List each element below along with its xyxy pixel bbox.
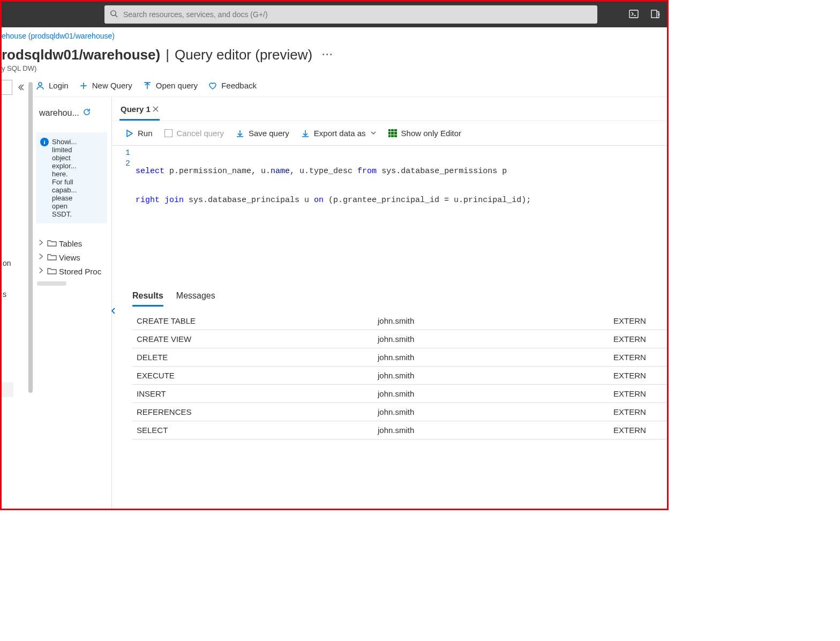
left-partial-nav: on s: [2, 78, 13, 510]
new-query-button[interactable]: New Query: [79, 81, 132, 90]
breadcrumb-link[interactable]: ehouse (prodsqldw01/warehouse): [2, 32, 115, 40]
sql-editor[interactable]: 1 2 select p.permission_name, u.name, u.…: [112, 145, 667, 285]
results-tabbar: Results Messages: [112, 285, 667, 307]
global-search[interactable]: [104, 5, 597, 24]
login-button[interactable]: Login: [36, 81, 69, 90]
svg-point-5: [39, 83, 42, 86]
info-icon: i: [40, 138, 49, 146]
chevron-right-icon: [37, 266, 45, 276]
svg-rect-2: [629, 10, 638, 18]
query-toolbar: Run Cancel query Save query Export data …: [112, 121, 667, 145]
tree-sprocs[interactable]: Stored Proc: [37, 264, 106, 278]
db-name-label: warehou...: [39, 108, 79, 118]
tab-results[interactable]: Results: [132, 291, 163, 307]
breadcrumb: ehouse (prodsqldw01/warehouse): [2, 27, 667, 40]
grid-icon: [388, 129, 397, 138]
partial-nav-item[interactable]: on: [2, 256, 13, 271]
svg-text:i: i: [43, 139, 45, 145]
show-only-editor-button[interactable]: Show only Editor: [388, 129, 462, 138]
partial-input[interactable]: [0, 80, 12, 95]
info-text: Showi... limited object explor... here. …: [52, 138, 77, 218]
query-tab[interactable]: Query 1: [119, 102, 160, 121]
export-data-button[interactable]: Export data as: [301, 129, 377, 138]
partial-nav-item[interactable]: s: [2, 287, 13, 302]
more-dots-icon[interactable]: ···: [322, 49, 333, 61]
tree-views[interactable]: Views: [37, 250, 106, 264]
table-row[interactable]: CREATE TABLEjohn.smithEXTERN: [132, 312, 667, 330]
close-tab-icon[interactable]: [153, 105, 159, 114]
search-icon: [110, 10, 118, 19]
chevron-right-icon: [37, 252, 45, 262]
table-row[interactable]: CREATE VIEWjohn.smithEXTERN: [132, 330, 667, 348]
info-callout: i Showi... limited object explor... here…: [36, 132, 107, 223]
folder-icon: [47, 253, 57, 262]
folder-icon: [47, 239, 57, 248]
svg-rect-4: [651, 10, 657, 18]
cancel-query-button: Cancel query: [164, 129, 224, 138]
chevron-down-icon: [370, 129, 377, 138]
object-explorer: warehou... i Showi... limited object exp…: [32, 97, 112, 510]
open-query-button[interactable]: Open query: [143, 81, 198, 90]
table-row[interactable]: DELETEjohn.smithEXTERN: [132, 348, 667, 367]
query-editor-panel: Query 1 Run Cancel query Sav: [112, 97, 667, 510]
page-title: rodsqldw01/warehouse) | Query editor (pr…: [2, 47, 667, 63]
page-header: rodsqldw01/warehouse) | Query editor (pr…: [2, 40, 667, 78]
save-query-button[interactable]: Save query: [236, 129, 289, 138]
refresh-icon[interactable]: [82, 108, 91, 118]
table-row[interactable]: REFERENCESjohn.smithEXTERN: [132, 403, 667, 421]
command-bar: Login New Query Open query Feedback: [32, 78, 667, 96]
table-row[interactable]: SELECTjohn.smithEXTERN: [132, 421, 667, 439]
svg-line-1: [115, 15, 117, 17]
line-gutter: 1 2: [112, 146, 136, 285]
cloud-shell-icon[interactable]: [628, 9, 639, 21]
code-area[interactable]: select p.permission_name, u.name, u.type…: [136, 146, 531, 285]
directory-switch-icon[interactable]: [650, 9, 661, 21]
table-row[interactable]: EXECUTEjohn.smithEXTERN: [132, 367, 667, 385]
search-input[interactable]: [123, 10, 592, 19]
partial-nav-selected[interactable]: [2, 382, 13, 397]
run-button[interactable]: Run: [125, 129, 153, 138]
chevron-right-icon: [37, 238, 45, 248]
horizontal-scrollbar[interactable]: [37, 281, 66, 286]
table-row[interactable]: INSERTjohn.smithEXTERN: [132, 385, 667, 403]
svg-point-0: [111, 11, 116, 16]
stop-icon: [164, 129, 172, 137]
page-subtitle: y SQL DW): [2, 64, 667, 72]
folder-icon: [47, 267, 57, 276]
chevron-left-icon[interactable]: [110, 307, 117, 316]
tab-messages[interactable]: Messages: [176, 291, 215, 307]
tree-tables[interactable]: Tables: [37, 236, 106, 250]
feedback-button[interactable]: Feedback: [208, 81, 257, 90]
collapse-left-icon[interactable]: [18, 83, 27, 93]
results-grid: CREATE TABLEjohn.smithEXTERN CREATE VIEW…: [112, 307, 667, 439]
top-bar: [2, 2, 667, 27]
